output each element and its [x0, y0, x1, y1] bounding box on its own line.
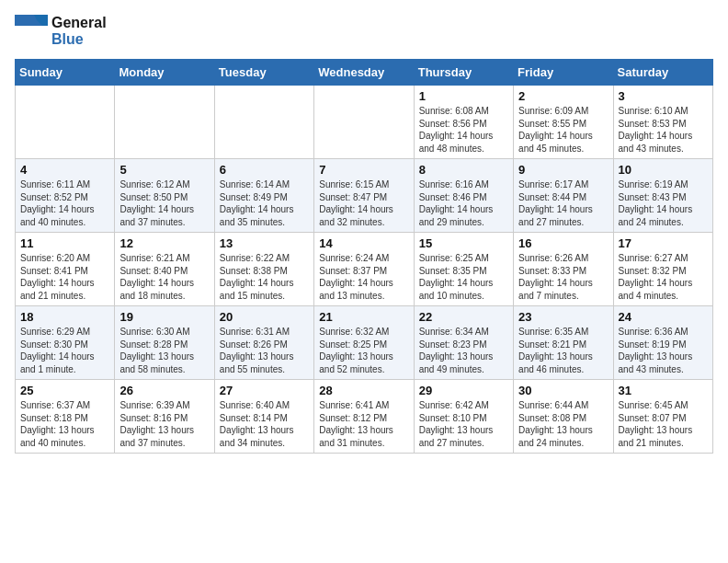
day-number: 26 [119, 384, 209, 397]
weekday-header-friday: Friday [514, 60, 613, 86]
day-number: 29 [419, 384, 508, 397]
day-number: 19 [119, 310, 209, 324]
day-number: 25 [20, 384, 109, 397]
calendar-cell: 7Sunrise: 6:15 AM Sunset: 8:47 PM Daylig… [314, 159, 414, 233]
calendar-cell: 10Sunrise: 6:19 AM Sunset: 8:43 PM Dayli… [613, 159, 712, 233]
day-info: Sunrise: 6:44 AM Sunset: 8:08 PM Dayligh… [518, 399, 608, 449]
day-info: Sunrise: 6:30 AM Sunset: 8:28 PM Dayligh… [119, 326, 209, 375]
day-number: 31 [619, 384, 708, 397]
day-info: Sunrise: 6:08 AM Sunset: 8:56 PM Dayligh… [419, 105, 508, 155]
calendar-cell: 25Sunrise: 6:37 AM Sunset: 8:18 PM Dayli… [16, 380, 115, 454]
logo: General Blue [15, 15, 107, 48]
calendar-cell [314, 86, 414, 159]
day-info: Sunrise: 6:16 AM Sunset: 8:46 PM Dayligh… [419, 178, 508, 228]
day-number: 18 [20, 310, 109, 324]
day-number: 30 [518, 384, 608, 397]
logo-icon [15, 15, 48, 48]
day-number: 28 [319, 384, 408, 397]
day-info: Sunrise: 6:26 AM Sunset: 8:33 PM Dayligh… [518, 252, 608, 302]
day-number: 4 [20, 163, 109, 177]
day-info: Sunrise: 6:29 AM Sunset: 8:30 PM Dayligh… [20, 326, 109, 375]
day-info: Sunrise: 6:34 AM Sunset: 8:23 PM Dayligh… [419, 326, 508, 375]
day-info: Sunrise: 6:40 AM Sunset: 8:14 PM Dayligh… [220, 399, 309, 449]
day-number: 5 [119, 163, 209, 177]
day-info: Sunrise: 6:45 AM Sunset: 8:07 PM Dayligh… [619, 399, 708, 449]
calendar-cell: 29Sunrise: 6:42 AM Sunset: 8:10 PM Dayli… [414, 380, 513, 454]
day-number: 12 [119, 236, 209, 250]
calendar-week-row: 18Sunrise: 6:29 AM Sunset: 8:30 PM Dayli… [16, 306, 713, 380]
day-info: Sunrise: 6:17 AM Sunset: 8:44 PM Dayligh… [518, 178, 608, 228]
day-number: 8 [419, 163, 508, 177]
day-number: 11 [20, 236, 109, 250]
day-number: 13 [220, 236, 309, 250]
weekday-header-wednesday: Wednesday [314, 60, 414, 86]
calendar-cell: 13Sunrise: 6:22 AM Sunset: 8:38 PM Dayli… [214, 233, 313, 306]
day-info: Sunrise: 6:25 AM Sunset: 8:35 PM Dayligh… [419, 252, 508, 302]
calendar-cell: 24Sunrise: 6:36 AM Sunset: 8:19 PM Dayli… [613, 306, 712, 380]
day-number: 14 [319, 236, 408, 250]
calendar-week-row: 1Sunrise: 6:08 AM Sunset: 8:56 PM Daylig… [16, 86, 713, 159]
calendar-cell: 14Sunrise: 6:24 AM Sunset: 8:37 PM Dayli… [314, 233, 414, 306]
logo-general: General [51, 15, 107, 31]
day-info: Sunrise: 6:42 AM Sunset: 8:10 PM Dayligh… [419, 399, 508, 449]
day-number: 22 [419, 310, 508, 324]
calendar-cell: 20Sunrise: 6:31 AM Sunset: 8:26 PM Dayli… [214, 306, 313, 380]
day-info: Sunrise: 6:22 AM Sunset: 8:38 PM Dayligh… [220, 252, 309, 302]
weekday-header-tuesday: Tuesday [214, 60, 313, 86]
day-number: 20 [220, 310, 309, 324]
day-info: Sunrise: 6:31 AM Sunset: 8:26 PM Dayligh… [220, 326, 309, 375]
calendar-cell: 12Sunrise: 6:21 AM Sunset: 8:40 PM Dayli… [115, 233, 214, 306]
day-number: 1 [419, 89, 508, 103]
calendar-table: SundayMondayTuesdayWednesdayThursdayFrid… [15, 59, 713, 454]
weekday-header-saturday: Saturday [613, 60, 712, 86]
calendar-cell: 15Sunrise: 6:25 AM Sunset: 8:35 PM Dayli… [414, 233, 513, 306]
calendar-cell: 8Sunrise: 6:16 AM Sunset: 8:46 PM Daylig… [414, 159, 513, 233]
calendar-cell: 31Sunrise: 6:45 AM Sunset: 8:07 PM Dayli… [613, 380, 712, 454]
calendar-cell: 18Sunrise: 6:29 AM Sunset: 8:30 PM Dayli… [16, 306, 115, 380]
calendar-cell: 3Sunrise: 6:10 AM Sunset: 8:53 PM Daylig… [613, 86, 712, 159]
calendar-cell: 23Sunrise: 6:35 AM Sunset: 8:21 PM Dayli… [514, 306, 613, 380]
day-info: Sunrise: 6:32 AM Sunset: 8:25 PM Dayligh… [319, 326, 408, 375]
calendar-week-row: 4Sunrise: 6:11 AM Sunset: 8:52 PM Daylig… [16, 159, 713, 233]
calendar-cell: 19Sunrise: 6:30 AM Sunset: 8:28 PM Dayli… [115, 306, 214, 380]
day-number: 24 [619, 310, 708, 324]
calendar-cell: 9Sunrise: 6:17 AM Sunset: 8:44 PM Daylig… [514, 159, 613, 233]
day-info: Sunrise: 6:41 AM Sunset: 8:12 PM Dayligh… [319, 399, 408, 449]
weekday-header-row: SundayMondayTuesdayWednesdayThursdayFrid… [16, 60, 713, 86]
day-info: Sunrise: 6:39 AM Sunset: 8:16 PM Dayligh… [119, 399, 209, 449]
calendar-cell: 1Sunrise: 6:08 AM Sunset: 8:56 PM Daylig… [414, 86, 513, 159]
calendar-cell: 2Sunrise: 6:09 AM Sunset: 8:55 PM Daylig… [514, 86, 613, 159]
calendar-cell: 11Sunrise: 6:20 AM Sunset: 8:41 PM Dayli… [16, 233, 115, 306]
day-number: 17 [619, 236, 708, 250]
calendar-cell: 16Sunrise: 6:26 AM Sunset: 8:33 PM Dayli… [514, 233, 613, 306]
day-info: Sunrise: 6:11 AM Sunset: 8:52 PM Dayligh… [20, 178, 109, 228]
calendar-cell: 28Sunrise: 6:41 AM Sunset: 8:12 PM Dayli… [314, 380, 414, 454]
day-info: Sunrise: 6:15 AM Sunset: 8:47 PM Dayligh… [319, 178, 408, 228]
calendar-cell [16, 86, 115, 159]
day-info: Sunrise: 6:36 AM Sunset: 8:19 PM Dayligh… [619, 326, 708, 375]
page-header: General Blue [15, 15, 713, 48]
day-number: 6 [220, 163, 309, 177]
calendar-cell: 17Sunrise: 6:27 AM Sunset: 8:32 PM Dayli… [613, 233, 712, 306]
calendar-cell: 21Sunrise: 6:32 AM Sunset: 8:25 PM Dayli… [314, 306, 414, 380]
calendar-cell: 22Sunrise: 6:34 AM Sunset: 8:23 PM Dayli… [414, 306, 513, 380]
calendar-cell: 5Sunrise: 6:12 AM Sunset: 8:50 PM Daylig… [115, 159, 214, 233]
day-info: Sunrise: 6:20 AM Sunset: 8:41 PM Dayligh… [20, 252, 109, 302]
day-number: 16 [518, 236, 608, 250]
calendar-cell: 30Sunrise: 6:44 AM Sunset: 8:08 PM Dayli… [514, 380, 613, 454]
day-info: Sunrise: 6:10 AM Sunset: 8:53 PM Dayligh… [619, 105, 708, 155]
day-number: 10 [619, 163, 708, 177]
day-info: Sunrise: 6:14 AM Sunset: 8:49 PM Dayligh… [220, 178, 309, 228]
day-info: Sunrise: 6:27 AM Sunset: 8:32 PM Dayligh… [619, 252, 708, 302]
calendar-cell: 6Sunrise: 6:14 AM Sunset: 8:49 PM Daylig… [214, 159, 313, 233]
day-info: Sunrise: 6:24 AM Sunset: 8:37 PM Dayligh… [319, 252, 408, 302]
day-number: 3 [619, 89, 708, 103]
calendar-cell [214, 86, 313, 159]
day-number: 15 [419, 236, 508, 250]
calendar-cell: 4Sunrise: 6:11 AM Sunset: 8:52 PM Daylig… [16, 159, 115, 233]
day-number: 2 [518, 89, 608, 103]
day-info: Sunrise: 6:35 AM Sunset: 8:21 PM Dayligh… [518, 326, 608, 375]
day-info: Sunrise: 6:37 AM Sunset: 8:18 PM Dayligh… [20, 399, 109, 449]
calendar-cell [115, 86, 214, 159]
day-number: 23 [518, 310, 608, 324]
